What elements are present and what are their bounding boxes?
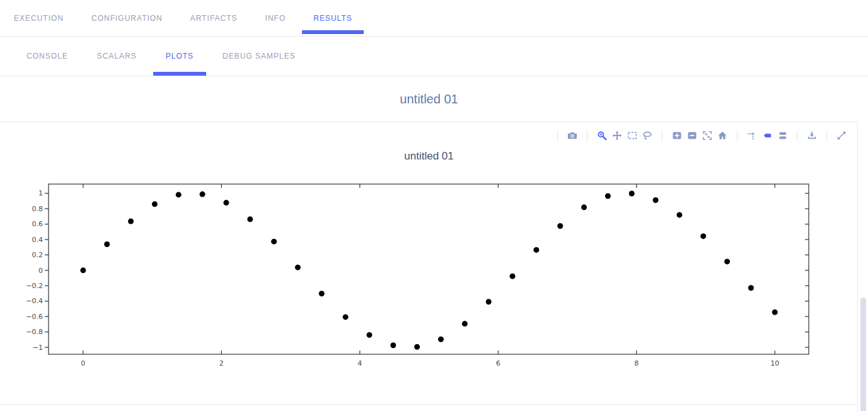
- subtab-debug-samples[interactable]: DEBUG SAMPLES: [210, 37, 308, 76]
- data-point: [605, 194, 611, 199]
- data-point: [200, 192, 205, 197]
- axes-frame: [49, 184, 809, 354]
- data-point: [176, 192, 182, 197]
- results-sub-tab-bar: CONSOLE SCALARS PLOTS DEBUG SAMPLES: [0, 37, 868, 76]
- data-point: [104, 241, 110, 247]
- svg-text:−0.4: −0.4: [26, 297, 43, 305]
- data-point: [581, 204, 587, 210]
- svg-text:8: 8: [634, 359, 639, 368]
- plot-card: untitled 01 024681010.80.60.40.20−0.2−0.…: [0, 122, 858, 405]
- svg-text:0.2: 0.2: [32, 251, 43, 259]
- svg-text:1: 1: [38, 189, 43, 197]
- svg-text:0.6: 0.6: [32, 220, 43, 228]
- data-point: [438, 337, 444, 342]
- svg-text:−0.6: −0.6: [26, 313, 43, 321]
- svg-text:10: 10: [770, 359, 779, 368]
- subtab-plots[interactable]: PLOTS: [153, 37, 206, 76]
- data-point: [653, 197, 659, 203]
- data-point: [724, 258, 730, 264]
- data-point: [343, 314, 349, 320]
- plot-group-header: untitled 01: [0, 76, 858, 122]
- data-point: [295, 265, 301, 270]
- svg-text:0: 0: [81, 359, 85, 368]
- svg-text:−0.8: −0.8: [26, 328, 43, 336]
- scatter-series: [80, 191, 777, 350]
- y-axis-ticks: 10.80.60.40.20−0.2−0.4−0.6−0.8−1: [26, 189, 809, 351]
- data-point: [366, 332, 372, 338]
- data-point: [533, 247, 539, 253]
- subtab-console[interactable]: CONSOLE: [14, 37, 81, 76]
- plot-group-title: untitled 01: [400, 92, 458, 107]
- main-tab-bar: EXECUTION CONFIGURATION ARTIFACTS INFO R…: [0, 0, 868, 37]
- data-point: [414, 344, 420, 350]
- svg-text:6: 6: [496, 359, 501, 368]
- data-point: [748, 285, 754, 291]
- chart-area: 024681010.80.60.40.20−0.2−0.4−0.6−0.8−1: [0, 122, 858, 405]
- svg-text:0: 0: [38, 267, 43, 275]
- svg-text:0.8: 0.8: [32, 205, 43, 213]
- svg-text:4: 4: [357, 359, 362, 368]
- scatter-plot-canvas[interactable]: 024681010.80.60.40.20−0.2−0.4−0.6−0.8−1: [0, 122, 858, 405]
- data-point: [486, 299, 492, 304]
- vertical-scrollbar-thumb[interactable]: [860, 298, 866, 411]
- data-point: [80, 267, 86, 273]
- data-point: [152, 201, 158, 207]
- data-point: [223, 200, 229, 206]
- subtab-scalars[interactable]: SCALARS: [84, 37, 149, 76]
- tab-execution[interactable]: EXECUTION: [3, 0, 75, 36]
- data-point: [629, 191, 635, 197]
- data-point: [271, 239, 277, 245]
- x-axis-ticks: 0246810: [81, 184, 779, 368]
- tab-results[interactable]: RESULTS: [302, 0, 363, 36]
- data-point: [676, 212, 682, 217]
- svg-text:2: 2: [219, 359, 224, 368]
- tab-configuration[interactable]: CONFIGURATION: [80, 0, 174, 36]
- data-point: [319, 291, 325, 296]
- tab-info[interactable]: INFO: [254, 0, 298, 36]
- data-point: [700, 233, 706, 239]
- svg-text:−0.2: −0.2: [26, 282, 43, 290]
- svg-text:−1: −1: [33, 344, 43, 352]
- data-point: [390, 342, 396, 348]
- data-point: [509, 274, 515, 279]
- svg-text:0.4: 0.4: [32, 236, 43, 244]
- data-point: [462, 321, 468, 327]
- data-point: [772, 310, 778, 315]
- tab-artifacts[interactable]: ARTIFACTS: [179, 0, 249, 36]
- data-point: [247, 216, 253, 222]
- content-right-divider: [857, 123, 858, 411]
- data-point: [128, 219, 134, 224]
- data-point: [557, 223, 563, 229]
